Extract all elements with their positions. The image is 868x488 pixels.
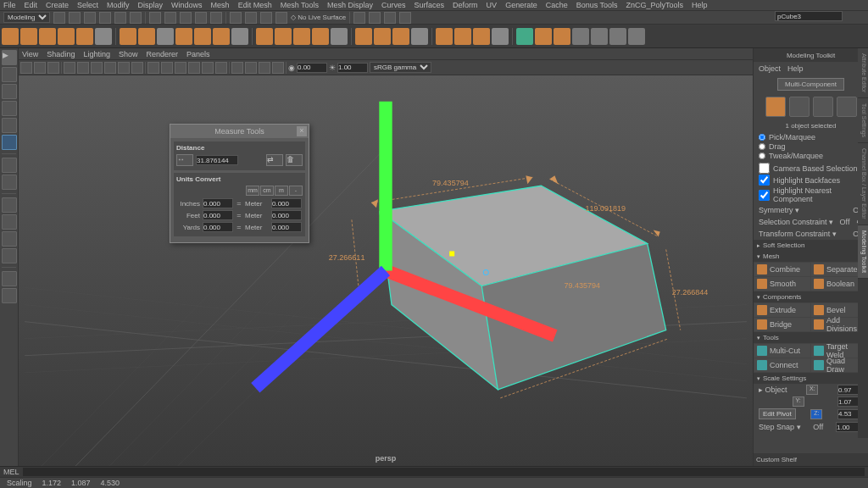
shelf-icon[interactable]	[392, 28, 409, 45]
panel-icon[interactable]	[147, 62, 159, 74]
shelf-icon[interactable]	[591, 28, 608, 45]
meter-input[interactable]	[271, 198, 302, 208]
render-icon[interactable]	[230, 12, 242, 24]
unit-tab[interactable]: cm	[260, 186, 274, 196]
menu-mesh[interactable]: Mesh	[211, 1, 230, 9]
unit-tab[interactable]: -	[289, 186, 303, 196]
toolbar-icon[interactable]	[53, 12, 65, 24]
menu-uv[interactable]: UV	[487, 1, 498, 9]
face-mode-icon[interactable]	[837, 97, 857, 117]
measure-btn-icon[interactable]: ⇄	[266, 154, 283, 166]
multi-component-button[interactable]: Multi-Component	[777, 78, 844, 91]
lasso-tool-icon[interactable]	[2, 67, 17, 82]
gamma-dropdown[interactable]: sRGB gamma	[370, 62, 431, 73]
layout-icon[interactable]	[2, 288, 17, 303]
panel-icon[interactable]	[20, 62, 32, 74]
shelf-icon[interactable]	[473, 28, 490, 45]
snap-icon[interactable]	[353, 12, 365, 24]
shelf-icon[interactable]	[58, 28, 75, 45]
layout-icon[interactable]	[2, 158, 17, 173]
shelf-icon[interactable]	[175, 28, 192, 45]
shelf-icon[interactable]	[20, 28, 37, 45]
select-tool-icon[interactable]: ▶	[2, 50, 17, 65]
vtab-modeling[interactable]: Modeling Toolkit	[858, 225, 868, 279]
menu-deform[interactable]: Deform	[453, 1, 478, 9]
tab-help[interactable]: Help	[787, 64, 804, 73]
layout-icon[interactable]	[2, 271, 17, 286]
toolbar-icon[interactable]	[164, 12, 176, 24]
tab-object[interactable]: Object	[759, 64, 781, 73]
panel-icon[interactable]	[231, 62, 243, 74]
layout-icon[interactable]	[2, 197, 17, 213]
menu-meshdisplay[interactable]: Mesh Display	[327, 1, 373, 9]
shelf-icon[interactable]	[609, 28, 626, 45]
panel-menu-renderer[interactable]: Renderer	[146, 50, 178, 58]
multicut-button[interactable]: Multi-Cut	[754, 344, 810, 358]
exposure-input[interactable]	[337, 63, 368, 73]
shelf-icon[interactable]	[76, 28, 93, 45]
shelf-icon[interactable]	[436, 28, 453, 45]
connect-button[interactable]: Connect	[754, 358, 810, 372]
components-header[interactable]: Components	[754, 291, 868, 302]
inches-input[interactable]	[203, 198, 233, 208]
shelf-icon[interactable]	[628, 28, 645, 45]
panel-menu-lighting[interactable]: Lighting	[83, 50, 110, 58]
vtab-channel[interactable]: Channel Box / Layer Editor	[858, 143, 868, 225]
drag-radio[interactable]	[759, 143, 765, 150]
shelf-icon[interactable]	[312, 28, 329, 45]
bridge-button[interactable]: Bridge	[754, 318, 810, 331]
menu-windows[interactable]: Windows	[171, 1, 203, 9]
object-mode-icon[interactable]	[765, 97, 786, 117]
panel-icon[interactable]	[47, 62, 59, 74]
yards-input[interactable]	[203, 222, 233, 232]
panel-icon[interactable]	[175, 62, 186, 74]
move-tool-icon[interactable]	[2, 101, 17, 116]
snap-icon[interactable]	[384, 12, 396, 24]
meter-input[interactable]	[271, 222, 302, 232]
shelf-icon[interactable]	[374, 28, 391, 45]
camera-based-check[interactable]	[759, 163, 770, 174]
panel-menu-show[interactable]: Show	[119, 50, 138, 58]
panel-icon[interactable]	[64, 62, 75, 74]
shelf-icon[interactable]	[157, 28, 174, 45]
shelf-icon[interactable]	[293, 28, 310, 45]
rotate-tool-icon[interactable]	[2, 118, 17, 133]
shelf-icon[interactable]	[516, 28, 533, 45]
render-icon[interactable]	[275, 12, 287, 24]
toolbar-icon[interactable]	[114, 12, 126, 24]
layout-icon[interactable]	[2, 231, 17, 247]
combine-button[interactable]: Combine	[754, 263, 810, 276]
toolbar-icon[interactable]	[69, 12, 81, 24]
hl-nearest-check[interactable]	[759, 190, 770, 201]
shelf-icon[interactable]	[194, 28, 211, 45]
mel-input[interactable]	[23, 468, 865, 476]
snap-icon[interactable]	[369, 12, 381, 24]
layout-icon[interactable]	[2, 175, 17, 190]
menu-edit[interactable]: Edit	[25, 1, 38, 9]
panel-menu-shading[interactable]: Shading	[47, 50, 75, 58]
menu-meshtools[interactable]: Mesh Tools	[281, 1, 319, 9]
shelf-icon[interactable]	[213, 28, 230, 45]
toolbar-icon[interactable]	[99, 12, 111, 24]
vtab-tool[interactable]: Tool Settings	[858, 98, 868, 143]
shelf-icon[interactable]	[120, 28, 136, 45]
shelf-icon[interactable]	[572, 28, 589, 45]
snap-icon[interactable]	[399, 12, 411, 24]
menu-display[interactable]: Display	[138, 1, 164, 9]
menu-zncg[interactable]: ZnCG_PolyTools	[626, 1, 684, 9]
menu-bonus[interactable]: Bonus Tools	[576, 1, 618, 9]
hl-backfaces-check[interactable]	[759, 175, 770, 186]
menu-help[interactable]: Help	[692, 1, 708, 9]
object-name-input[interactable]	[775, 11, 843, 21]
menu-generate[interactable]: Generate	[505, 1, 537, 9]
extrude-button[interactable]: Extrude	[754, 303, 810, 317]
edit-pivot-button[interactable]: Edit Pivot	[759, 408, 796, 419]
shelf-icon[interactable]	[454, 28, 471, 45]
close-icon[interactable]: ×	[297, 126, 307, 136]
panel-icon[interactable]	[161, 62, 173, 74]
menu-surfaces[interactable]: Surfaces	[415, 1, 445, 9]
toolbar-icon[interactable]	[180, 12, 192, 24]
menu-select[interactable]: Select	[77, 1, 98, 9]
shelf-icon[interactable]	[535, 28, 552, 45]
toolbar-icon[interactable]	[130, 12, 142, 24]
